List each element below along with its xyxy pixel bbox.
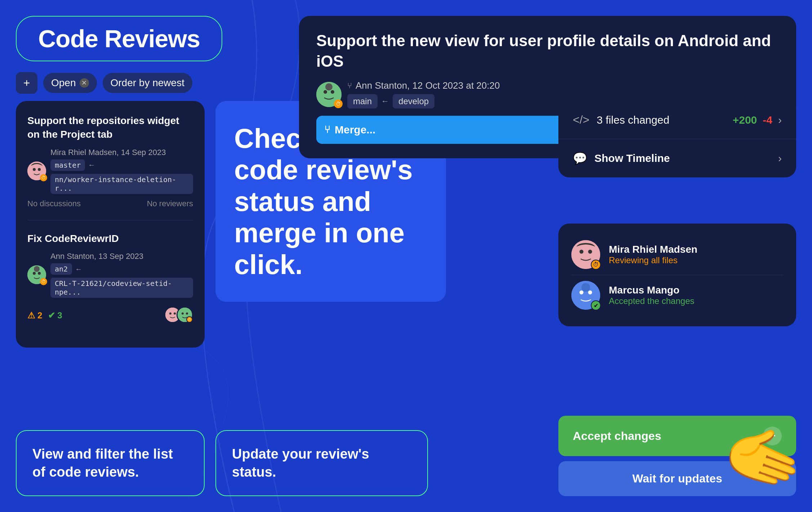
- svg-point-12: [186, 313, 188, 315]
- review-item-2[interactable]: Fix CodeReviewrID ⏱ Ann Stanton, 13 Sep …: [27, 220, 193, 323]
- review-author-text-1: Mira Rhiel Madsen, 14 Sep 2023: [50, 148, 193, 157]
- pr-avatar: ⏱: [316, 82, 342, 107]
- svg-point-2: [38, 168, 41, 171]
- timeline-label: Show Timeline: [594, 152, 670, 164]
- bottom-mid-text: Update your review's status.: [232, 445, 411, 481]
- clock-badge-2: ⏱: [40, 278, 47, 285]
- review-meta-2: ⏱ Ann Stanton, 13 Sep 2023 an2 ← CRL-T-2…: [27, 252, 193, 298]
- pr-branch-to: main: [347, 94, 378, 109]
- reviewers-panel: ⏱ Mira Rhiel Madsen Reviewing all files …: [558, 224, 796, 326]
- branch-to-1: master: [50, 159, 85, 171]
- svg-point-21: [580, 291, 584, 295]
- reviews-list-panel: Support the repositories widget on the P…: [16, 101, 205, 348]
- no-reviewers-label: No reviewers: [147, 199, 193, 208]
- bottom-mid-panel: Update your review's status.: [215, 430, 428, 496]
- bottom-left-panel: View and filter the list of code reviews…: [16, 430, 205, 496]
- arrow-icon-2: ←: [75, 265, 82, 273]
- svg-point-8: [169, 313, 171, 315]
- reviewer-status-2: Accepted the changes: [609, 296, 695, 306]
- page-title-box: Code Reviews: [16, 16, 222, 61]
- warn-badge: ⚠ 2: [27, 310, 42, 321]
- svg-point-4: [33, 272, 36, 275]
- chevron-right-icon-2: ›: [778, 152, 782, 164]
- pr-fork-icon: ⑂: [347, 81, 352, 91]
- branch-from-2: CRL-T-21621/codeview-setid-npe...: [50, 278, 193, 298]
- warn-icon: ⚠: [27, 310, 35, 321]
- reviewer-av-2: ⏱: [177, 306, 193, 323]
- timeline-icon: 💬: [573, 151, 587, 165]
- review-author-2: Ann Stanton, 13 Sep 2023 an2 ← CRL-T-216…: [50, 252, 193, 298]
- svg-point-19: [588, 250, 592, 254]
- reviewer-name-2: Marcus Mango: [609, 284, 695, 296]
- no-discussions-label: No discussions: [27, 199, 81, 208]
- svg-point-14: [324, 90, 327, 94]
- branch-badges-2: an2 ← CRL-T-21621/codeview-setid-npe...: [50, 263, 193, 298]
- avatar-mira: ⏱: [27, 162, 46, 180]
- branch-to-2: an2: [50, 263, 72, 275]
- files-changed-row[interactable]: </> 3 files changed +200 -4 ›: [558, 101, 796, 139]
- reviewer-status-1: Reviewing all files: [609, 255, 697, 265]
- arrow-icon-1: ←: [88, 161, 95, 169]
- open-filter-chip[interactable]: Open ✕: [43, 73, 97, 93]
- review-author-1: Mira Rhiel Madsen, 14 Sep 2023 master ← …: [50, 148, 193, 194]
- clock-badge-1: ⏱: [40, 174, 47, 181]
- order-filter-chip[interactable]: Order by newest: [103, 73, 192, 93]
- timeline-row[interactable]: 💬 Show Timeline ›: [558, 139, 796, 177]
- review-title-1: Support the repositories widget on the P…: [27, 114, 193, 141]
- reviewer-info-1: Mira Rhiel Madsen Reviewing all files: [609, 244, 697, 265]
- wait-label: Wait for updates: [632, 472, 722, 485]
- close-icon[interactable]: ✕: [80, 78, 89, 88]
- reviewer-avatar-marcus: ✔: [571, 281, 600, 310]
- action-buttons-panel: Accept changes ··· Wait for updates: [558, 416, 796, 496]
- files-added: +200: [733, 114, 757, 126]
- svg-point-6: [34, 266, 40, 272]
- branch-badges-1: master ← nn/worker-instance-deletion-r..…: [50, 159, 193, 194]
- branch-from-1: nn/worker-instance-deletion-r...: [50, 174, 193, 194]
- reviewer-info-2: Marcus Mango Accepted the changes: [609, 284, 695, 306]
- avatar-ann: ⏱: [27, 265, 46, 284]
- pr-title: Support the new view for user profile de…: [316, 30, 779, 71]
- svg-point-23: [581, 283, 590, 292]
- svg-point-18: [580, 250, 584, 254]
- svg-point-22: [588, 291, 592, 295]
- wait-button[interactable]: Wait for updates: [558, 461, 796, 496]
- code-icon: </>: [573, 113, 589, 127]
- ok-badge: ✔ 3: [48, 310, 62, 321]
- add-review-button[interactable]: +: [16, 72, 37, 94]
- ok-icon: ✔: [48, 310, 55, 321]
- ok-count: 3: [57, 310, 62, 321]
- svg-point-1: [33, 168, 36, 171]
- timeline-left: 💬 Show Timeline: [573, 151, 670, 165]
- review-title-2: Fix CodeReviewrID: [27, 232, 193, 246]
- merge-label: Merge...: [335, 124, 375, 136]
- page-title: Code Reviews: [38, 25, 200, 53]
- dots-icon: ···: [769, 431, 776, 441]
- pr-arrow-icon: ←: [381, 97, 389, 106]
- plus-icon: +: [23, 76, 30, 90]
- reviewer-name-1: Mira Rhiel Madsen: [609, 244, 697, 255]
- files-changed-left: </> 3 files changed: [573, 113, 669, 127]
- merge-icon: ⑂: [324, 124, 330, 136]
- reviewer-row-1: ⏱ Mira Rhiel Madsen Reviewing all files: [571, 234, 783, 275]
- more-options-icon[interactable]: ···: [763, 427, 782, 445]
- review-author-text-2: Ann Stanton, 13 Sep 2023: [50, 252, 193, 261]
- review-item-1[interactable]: Support the repositories widget on the P…: [27, 114, 193, 208]
- svg-point-15: [331, 90, 334, 94]
- review-meta-1: ⏱ Mira Rhiel Madsen, 14 Sep 2023 master …: [27, 148, 193, 194]
- reviewer-avatar-mira: ⏱: [571, 240, 600, 269]
- filter-bar: + Open ✕ Order by newest: [16, 72, 192, 94]
- svg-point-11: [182, 313, 184, 315]
- bottom-left-text: View and filter the list of code reviews…: [32, 445, 188, 481]
- pr-branches: main ← develop: [347, 94, 500, 109]
- accept-button[interactable]: Accept changes ···: [558, 416, 796, 456]
- svg-point-9: [174, 313, 176, 315]
- pr-clock-badge: ⏱: [334, 100, 343, 108]
- files-changed-right: +200 -4 ›: [733, 114, 782, 126]
- order-filter-label: Order by newest: [111, 77, 184, 89]
- accept-label: Accept changes: [573, 429, 661, 443]
- files-removed: -4: [763, 114, 772, 126]
- warn-count: 2: [37, 310, 42, 321]
- reviewer-badge-green: ✔: [591, 300, 601, 310]
- files-changed-label: 3 files changed: [597, 114, 669, 126]
- pr-author-text: Ann Stanton, 12 Oct 2023 at 20:20: [356, 80, 500, 91]
